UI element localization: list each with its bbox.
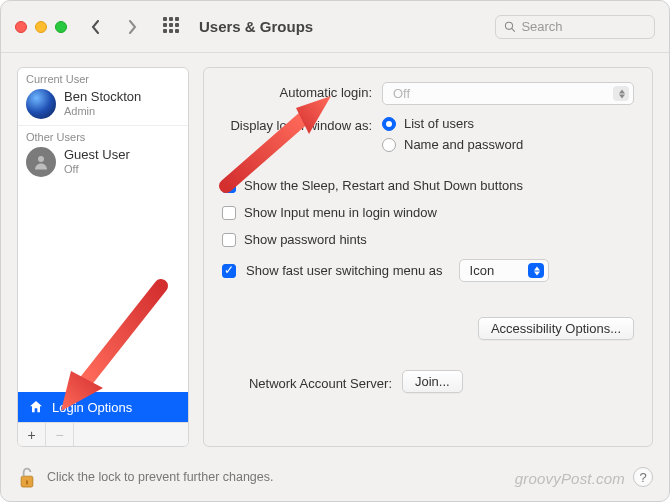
user-role-label: Admin	[64, 105, 141, 118]
search-field[interactable]	[495, 15, 655, 39]
checkbox-label: Show the Sleep, Restart and Shut Down bu…	[244, 178, 523, 193]
radio-icon	[382, 117, 396, 131]
window-title: Users & Groups	[199, 18, 313, 35]
user-name-label: Ben Stockton	[64, 90, 141, 105]
radio-list-of-users[interactable]: List of users	[382, 115, 634, 132]
user-status-label: Off	[64, 163, 130, 176]
checkbox-fast-user-switching[interactable]: Show fast user switching menu as Icon	[222, 258, 634, 283]
window-traffic-lights[interactable]	[15, 21, 67, 33]
checkbox-show-sleep-restart[interactable]: Show the Sleep, Restart and Shut Down bu…	[222, 177, 634, 194]
zoom-window-icon[interactable]	[55, 21, 67, 33]
remove-user-button: −	[46, 423, 74, 446]
checkbox-icon	[222, 264, 236, 278]
automatic-login-value: Off	[393, 86, 410, 101]
checkbox-label: Show fast user switching menu as	[246, 263, 443, 278]
show-all-prefs-button[interactable]	[163, 17, 183, 37]
avatar	[26, 147, 56, 177]
checkbox-icon	[222, 206, 236, 220]
fast-switching-value: Icon	[470, 263, 495, 278]
checkbox-show-input-menu[interactable]: Show Input menu in login window	[222, 204, 634, 221]
network-account-server-label: Network Account Server:	[222, 373, 392, 391]
checkbox-label: Show password hints	[244, 232, 367, 247]
checkbox-icon	[222, 233, 236, 247]
chevron-updown-icon	[534, 266, 540, 275]
watermark: groovyPost.com	[515, 470, 625, 487]
login-options-label: Login Options	[52, 400, 132, 415]
fast-switching-popup[interactable]: Icon	[459, 259, 549, 282]
accessibility-options-button[interactable]: Accessibility Options...	[478, 317, 634, 340]
checkbox-show-password-hints[interactable]: Show password hints	[222, 231, 634, 248]
radio-label: List of users	[404, 116, 474, 131]
radio-label: Name and password	[404, 137, 523, 152]
svg-point-2	[38, 156, 44, 162]
sidebar-item-login-options[interactable]: Login Options	[18, 392, 188, 422]
close-window-icon[interactable]	[15, 21, 27, 33]
help-button[interactable]: ?	[633, 467, 653, 487]
sidebar-section-current: Current User	[18, 68, 188, 85]
checkbox-label: Show Input menu in login window	[244, 205, 437, 220]
svg-rect-4	[26, 480, 28, 484]
display-login-label: Display login window as:	[222, 115, 372, 133]
checkbox-icon	[222, 179, 236, 193]
automatic-login-label: Automatic login:	[222, 82, 372, 100]
users-sidebar: Current User Ben Stockton Admin Other Us…	[17, 67, 189, 447]
login-options-panel: Automatic login: Off Display login windo…	[203, 67, 653, 447]
avatar	[26, 89, 56, 119]
join-button[interactable]: Join...	[402, 370, 463, 393]
search-icon	[504, 20, 515, 33]
home-icon	[28, 399, 44, 415]
chevron-updown-icon	[619, 89, 625, 98]
radio-name-password[interactable]: Name and password	[382, 136, 634, 153]
sidebar-section-other: Other Users	[18, 125, 188, 143]
search-input[interactable]	[521, 19, 646, 34]
radio-icon	[382, 138, 396, 152]
minimize-window-icon[interactable]	[35, 21, 47, 33]
forward-button	[119, 15, 145, 39]
lock-icon[interactable]	[17, 465, 37, 489]
user-name-label: Guest User	[64, 148, 130, 163]
sidebar-item-guest-user[interactable]: Guest User Off	[18, 143, 188, 183]
automatic-login-popup[interactable]: Off	[382, 82, 634, 105]
lock-text: Click the lock to prevent further change…	[47, 470, 274, 484]
add-user-button[interactable]: +	[18, 423, 46, 446]
back-button[interactable]	[83, 15, 109, 39]
svg-line-1	[512, 29, 515, 32]
sidebar-item-current-user[interactable]: Ben Stockton Admin	[18, 85, 188, 125]
